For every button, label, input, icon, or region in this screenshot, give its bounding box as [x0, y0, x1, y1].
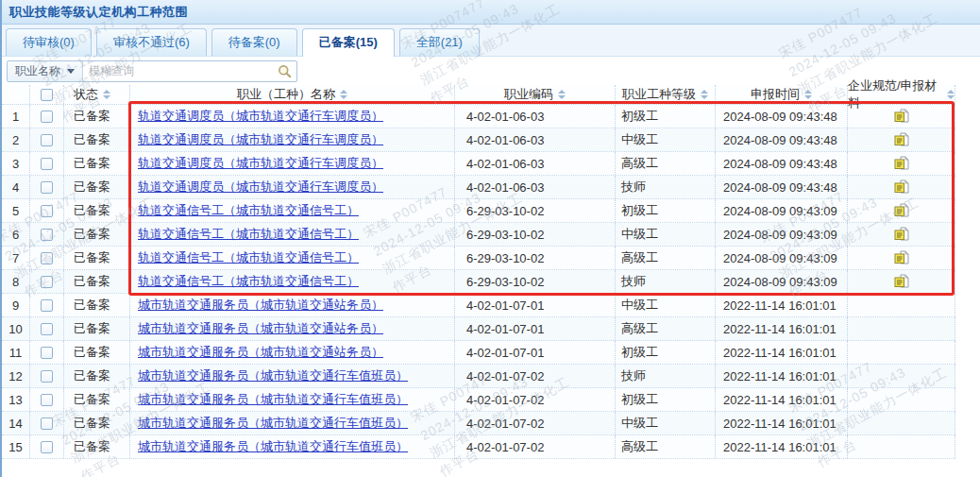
sort-icon[interactable] — [701, 90, 708, 99]
row-number: 5 — [2, 199, 30, 222]
job-code-cell: 4-02-01-07-02 — [455, 365, 616, 387]
row-checkbox[interactable] — [41, 205, 53, 217]
status-cell: 已备案 — [64, 412, 130, 434]
row-checkbox[interactable] — [41, 276, 53, 288]
tab-1[interactable]: 审核不通过(6) — [96, 28, 207, 56]
job-code-cell: 4-02-01-07-01 — [455, 341, 616, 364]
row-checkbox[interactable] — [41, 229, 53, 241]
row-number: 11 — [2, 341, 30, 364]
job-name-cell: 轨道交通调度员（城市轨道交通行车调度员） — [130, 128, 455, 151]
job-name-link[interactable]: 轨道交通调度员（城市轨道交通行车调度员） — [138, 155, 383, 172]
header-job-level[interactable]: 职业工种等级 — [616, 85, 716, 104]
job-name-link[interactable]: 城市轨道交通服务员（城市轨道交通行车值班员） — [138, 415, 408, 432]
job-name-link[interactable]: 轨道交通信号工（城市轨道交通信号工） — [138, 273, 359, 290]
material-document-icon[interactable] — [894, 250, 909, 265]
page-title: 职业技能等级认定机构工种范围 — [9, 4, 188, 21]
material-document-icon[interactable] — [894, 179, 909, 195]
material-document-icon[interactable] — [894, 274, 909, 289]
row-checkbox[interactable] — [41, 134, 53, 146]
job-name-link[interactable]: 轨道交通调度员（城市轨道交通行车调度员） — [138, 131, 383, 148]
table-row: 14 已备案 城市轨道交通服务员（城市轨道交通行车值班员） 4-02-01-07… — [2, 412, 955, 435]
tab-0[interactable]: 待审核(0) — [6, 28, 92, 56]
status-cell: 已备案 — [64, 435, 130, 458]
status-cell: 已备案 — [64, 176, 130, 198]
row-checkbox[interactable] — [41, 441, 53, 453]
row-checkbox[interactable] — [41, 323, 53, 335]
material-document-icon[interactable] — [894, 109, 909, 124]
tab-3[interactable]: 已备案(15) — [302, 28, 395, 57]
job-name-link[interactable]: 轨道交通信号工（城市轨道交通信号工） — [138, 249, 359, 266]
header-declare-time[interactable]: 申报时间 — [716, 85, 848, 104]
search-control: 职业名称 — [7, 60, 297, 82]
material-document-icon[interactable] — [894, 132, 909, 147]
job-name-cell: 轨道交通信号工（城市轨道交通信号工） — [130, 270, 455, 293]
search-field-selector[interactable]: 职业名称 — [8, 61, 83, 81]
row-checkbox[interactable] — [41, 370, 53, 383]
job-name-link[interactable]: 城市轨道交通服务员（城市轨道交通行车值班员） — [138, 438, 408, 455]
job-name-link[interactable]: 轨道交通信号工（城市轨道交通信号工） — [138, 226, 359, 243]
job-code-cell: 4-02-01-07-01 — [455, 317, 616, 340]
row-checkbox[interactable] — [41, 111, 53, 123]
job-name-link[interactable]: 城市轨道交通服务员（城市轨道交通行车值班员） — [138, 391, 408, 408]
header-materials[interactable]: 企业规范/申报材料 — [848, 85, 955, 104]
app-window: 职业技能等级认定机构工种范围 待审核(0)审核不通过(6)待备案(0)已备案(1… — [0, 0, 980, 477]
job-name-link[interactable]: 轨道交通信号工（城市轨道交通信号工） — [138, 202, 359, 219]
row-checkbox[interactable] — [41, 299, 53, 312]
column-label: 职业（工种）名称 — [237, 86, 335, 103]
status-cell: 已备案 — [64, 128, 130, 151]
row-checkbox[interactable] — [41, 347, 53, 359]
declare-time-cell: 2022-11-14 16:01:01 — [716, 317, 848, 340]
declare-time-cell: 2024-08-09 09:43:48 — [716, 152, 848, 175]
header-job-name[interactable]: 职业（工种）名称 — [130, 85, 455, 104]
header-status[interactable]: 状态 — [64, 85, 130, 104]
material-document-icon[interactable] — [894, 156, 909, 171]
row-checkbox[interactable] — [41, 252, 53, 264]
job-level-cell: 初级工 — [616, 388, 716, 411]
job-level-cell: 中级工 — [616, 223, 716, 246]
status-cell: 已备案 — [64, 199, 130, 222]
table-row: 3 已备案 轨道交通调度员（城市轨道交通行车调度员） 4-02-01-06-03… — [2, 152, 955, 176]
sort-icon[interactable] — [340, 90, 347, 99]
job-name-link[interactable]: 城市轨道交通服务员（城市轨道交通站务员） — [138, 320, 383, 337]
row-checkbox[interactable] — [41, 158, 53, 170]
declare-time-cell: 2022-11-14 16:01:01 — [716, 365, 848, 387]
material-document-icon[interactable] — [894, 203, 909, 218]
declare-time-cell: 2024-08-09 09:43:09 — [716, 270, 848, 293]
job-name-cell: 轨道交通信号工（城市轨道交通信号工） — [130, 223, 455, 246]
declare-time-cell: 2024-08-09 09:43:09 — [716, 199, 848, 222]
declare-time-cell: 2022-11-14 16:01:01 — [716, 341, 848, 364]
search-input[interactable] — [83, 61, 278, 81]
job-name-cell: 城市轨道交通服务员（城市轨道交通行车值班员） — [130, 412, 455, 434]
header-job-code[interactable]: 职业编码 — [455, 85, 616, 104]
tab-2[interactable]: 待备案(0) — [211, 28, 297, 56]
row-number: 4 — [2, 176, 30, 198]
search-icon[interactable] — [278, 64, 296, 78]
job-name-link[interactable]: 轨道交通调度员（城市轨道交通行车调度员） — [138, 179, 383, 196]
row-number: 12 — [2, 365, 30, 387]
row-checkbox-cell — [30, 247, 64, 269]
row-checkbox[interactable] — [41, 181, 53, 194]
row-number: 3 — [2, 152, 30, 175]
sort-icon[interactable] — [103, 90, 110, 99]
job-name-link[interactable]: 轨道交通调度员（城市轨道交通行车调度员） — [138, 108, 383, 125]
sort-icon[interactable] — [804, 90, 812, 99]
sort-icon[interactable] — [558, 90, 566, 99]
chevron-down-icon — [67, 69, 75, 74]
select-all-checkbox[interactable] — [41, 89, 53, 101]
row-checkbox[interactable] — [41, 394, 53, 406]
job-name-link[interactable]: 城市轨道交通服务员（城市轨道交通行车值班员） — [138, 367, 408, 384]
declare-time-cell: 2022-11-14 16:01:01 — [716, 435, 848, 458]
row-number: 1 — [2, 105, 30, 128]
job-level-cell: 技师 — [616, 176, 716, 198]
sort-icon[interactable] — [947, 90, 955, 99]
job-name-cell: 城市轨道交通服务员（城市轨道交通行车值班员） — [130, 365, 455, 387]
tab-4[interactable]: 全部(21) — [399, 28, 480, 56]
header-rownum — [2, 85, 30, 104]
job-name-link[interactable]: 城市轨道交通服务员（城市轨道交通站务员） — [138, 297, 383, 314]
status-cell: 已备案 — [64, 223, 130, 246]
materials-cell — [848, 317, 955, 340]
row-checkbox[interactable] — [41, 417, 53, 430]
material-document-icon[interactable] — [894, 227, 909, 242]
job-level-cell: 技师 — [616, 365, 716, 387]
job-name-link[interactable]: 城市轨道交通服务员（城市轨道交通站务员） — [138, 344, 383, 361]
